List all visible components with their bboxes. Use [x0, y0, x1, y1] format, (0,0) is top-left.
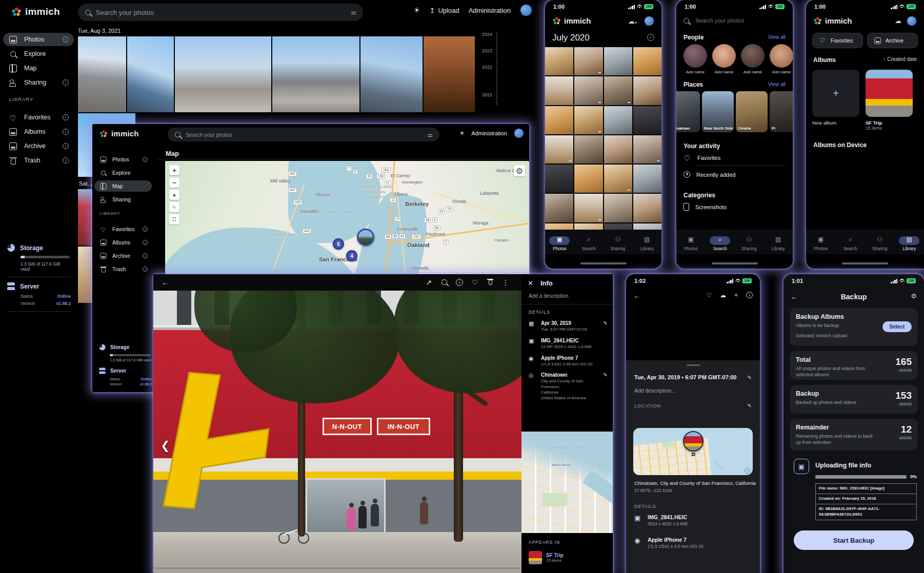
info-icon[interactable]: i — [63, 36, 69, 43]
description-input[interactable]: Add description... — [626, 380, 760, 394]
info-icon[interactable]: i — [746, 292, 753, 298]
info-icon[interactable]: i — [63, 143, 69, 149]
info-icon[interactable]: i — [456, 279, 463, 286]
sidebar-item-map[interactable]: Map — [94, 180, 152, 192]
places-view-all-link[interactable]: View all — [768, 81, 786, 87]
upload-cloud-icon[interactable]: ☁ — [895, 17, 901, 25]
sidebar-item-favorites[interactable]: Favoritesi — [94, 223, 152, 235]
place-card[interactable]: Pi — [770, 91, 793, 132]
search-bar[interactable] — [684, 17, 786, 24]
back-icon[interactable]: ← — [633, 292, 640, 300]
photo-thumbnail[interactable] — [574, 165, 602, 193]
sidebar-item-archive[interactable]: Archivei — [94, 250, 152, 261]
sidebar-item-albums[interactable]: Albumsi — [94, 237, 152, 248]
search-bar[interactable]: ⚌ — [168, 128, 439, 141]
info-icon[interactable]: i — [143, 157, 148, 162]
favorites-row[interactable]: Favorites — [684, 154, 720, 161]
nav-search[interactable]: ⌕Search — [710, 233, 730, 251]
photo-thumbnail[interactable] — [604, 135, 632, 163]
more-options-icon[interactable]: ⋮ — [498, 278, 513, 286]
screenshots-row[interactable]: Screenshots — [684, 203, 727, 211]
filter-icon[interactable]: ⚌ — [427, 131, 432, 138]
sidebar-item-favorites[interactable]: Favoritesi — [3, 111, 74, 124]
info-icon[interactable]: i — [63, 129, 69, 135]
nav-search[interactable]: ⌕Search — [840, 233, 860, 251]
home-indicator[interactable] — [842, 262, 888, 264]
compass-button[interactable]: ▲ — [169, 190, 179, 200]
delete-icon[interactable] — [483, 278, 498, 286]
sidebar-item-explore[interactable]: Explore — [3, 47, 74, 60]
zoom-out-button[interactable]: − — [169, 177, 179, 188]
place-card[interactable]: Near North Side — [702, 91, 734, 132]
person-item[interactable]: Add name — [712, 44, 736, 74]
avatar[interactable] — [644, 16, 654, 26]
photo-thumbnail[interactable] — [545, 106, 573, 134]
nav-photos[interactable]: ▣Photos — [680, 233, 701, 251]
info-icon[interactable]: i — [63, 79, 69, 86]
photo-thumbnail[interactable] — [633, 106, 661, 134]
add-name-label[interactable]: Add name — [684, 70, 707, 74]
place-card[interactable]: Chinatown — [676, 91, 700, 132]
sidebar-item-trash[interactable]: Trashi — [3, 154, 74, 167]
sidebar-item-photos[interactable]: Photosi — [94, 154, 152, 165]
map-settings-gear-icon[interactable]: ⚙ — [514, 165, 525, 176]
upload-button[interactable]: ↥Upload — [430, 7, 459, 14]
theme-toggle-icon[interactable]: ☀ — [413, 6, 420, 15]
photo-thumbnail[interactable] — [272, 36, 359, 112]
edit-date-icon[interactable]: ✎ — [748, 375, 752, 380]
draw-tool-button[interactable]: ✎ — [169, 202, 179, 212]
description-input[interactable]: Add a description — [521, 289, 613, 304]
nav-photos[interactable]: ▣Photos — [811, 233, 831, 251]
albums-sort-button[interactable]: ↑ Created date — [883, 56, 917, 62]
avatar[interactable] — [520, 4, 532, 16]
photo-thumbnail[interactable] — [604, 106, 632, 134]
back-icon[interactable]: ← — [162, 278, 169, 286]
home-indicator[interactable] — [712, 262, 758, 264]
add-name-label[interactable]: Add name — [712, 70, 736, 74]
attribution-info-icon[interactable]: i — [745, 468, 750, 474]
sidebar-item-explore[interactable]: Explore — [94, 167, 152, 178]
photo-thumbnail[interactable]: ☁ — [574, 76, 602, 105]
info-icon[interactable]: i — [63, 157, 69, 163]
sidebar-item-sharing[interactable]: Sharingi — [3, 76, 74, 89]
map-photo-marker[interactable] — [357, 229, 374, 246]
nav-library[interactable]: ▤Library — [637, 233, 657, 251]
zoom-in-button[interactable]: + — [169, 165, 179, 175]
album-tile[interactable]: SF Trip 15 items — [866, 70, 913, 131]
info-icon[interactable]: i — [143, 240, 148, 245]
photo-thumbnail[interactable] — [175, 36, 271, 112]
share-icon[interactable]: ↗ — [421, 278, 436, 286]
select-button[interactable]: Select — [882, 321, 912, 332]
archive-button[interactable]: Archive — [867, 33, 918, 48]
photo-thumbnail[interactable] — [633, 47, 661, 75]
photo-thumbnail[interactable]: ☁ — [574, 194, 602, 222]
photo-thumbnail[interactable]: ☁ — [574, 106, 602, 134]
map-cluster-marker[interactable]: 4 — [346, 250, 357, 261]
photo-thumbnail[interactable] — [545, 165, 573, 193]
upload-cloud-icon[interactable]: ☁● — [628, 17, 637, 25]
info-icon[interactable]: i — [143, 227, 148, 232]
administration-link[interactable]: Administration — [471, 130, 507, 136]
nav-photos[interactable]: ▣Photos — [549, 233, 570, 251]
photo-thumbnail[interactable] — [574, 135, 602, 163]
photo-thumbnail[interactable] — [633, 76, 661, 105]
add-name-label[interactable]: Add name — [741, 70, 765, 74]
new-album-tile[interactable]: + New album — [812, 70, 859, 131]
favorite-icon[interactable]: ♡ — [706, 292, 712, 299]
search-input[interactable] — [695, 17, 777, 24]
photo-thumbnail[interactable] — [127, 36, 174, 112]
nav-sharing[interactable]: ⚇Sharing — [739, 233, 759, 251]
close-icon[interactable]: ✕ — [528, 279, 533, 287]
detail-location-row[interactable]: ◎ Chinatown City and County of San Franc… — [521, 370, 613, 403]
select-all-icon[interactable]: ✓ — [647, 34, 654, 41]
photo-thumbnail[interactable] — [633, 165, 661, 193]
search-input[interactable] — [96, 9, 346, 16]
person-item[interactable]: Add name — [741, 44, 765, 74]
add-name-label[interactable]: Add name — [770, 70, 793, 74]
sidebar-item-archive[interactable]: Archivei — [3, 139, 74, 153]
fullscreen-button[interactable]: ⛶ — [169, 214, 179, 224]
photo-thumbnail[interactable] — [424, 36, 475, 112]
zoom-icon[interactable] — [436, 278, 452, 286]
photo-thumbnail[interactable] — [633, 194, 661, 222]
start-backup-button[interactable]: Start Backup — [794, 530, 914, 550]
